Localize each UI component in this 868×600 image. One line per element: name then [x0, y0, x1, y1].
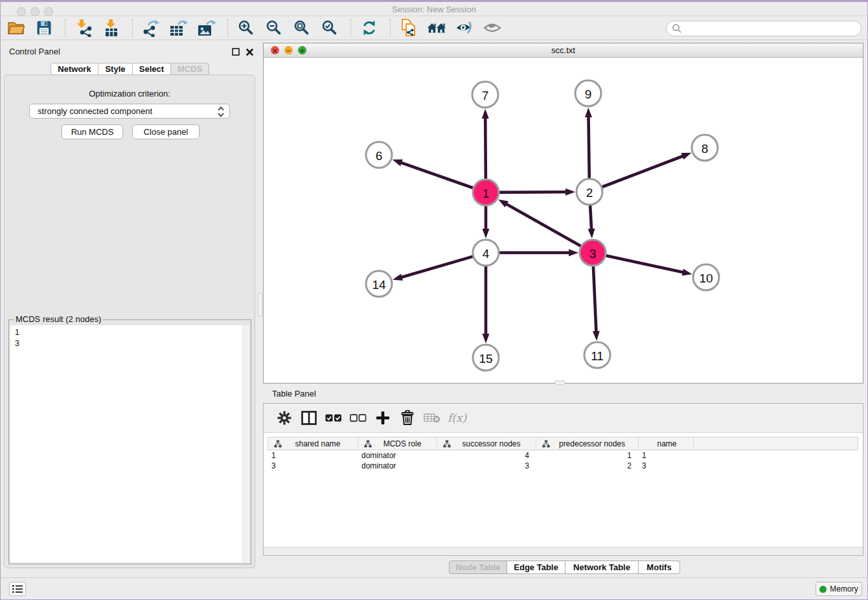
node-label-2: 2 [586, 186, 593, 200]
toolbar-separator [227, 19, 229, 37]
table-row[interactable]: 1dominator411 [268, 450, 858, 461]
stepper-icon [217, 106, 225, 120]
delete-table-icon[interactable] [423, 409, 441, 427]
column-label: predecessor nodes [550, 439, 638, 448]
cell-predecessor-nodes[interactable]: 1 [536, 451, 638, 460]
edge-4-14[interactable] [401, 257, 473, 277]
network-window-titlebar[interactable]: scc.txt [264, 43, 863, 58]
zoom-out-icon[interactable] [264, 18, 284, 38]
column-browser-icon[interactable] [300, 409, 318, 427]
mcds-result-lines: 1 3 [10, 325, 249, 351]
cell-predecessor-nodes[interactable]: 2 [536, 461, 638, 470]
edge-arrow-3-10 [682, 269, 692, 276]
save-icon[interactable] [34, 18, 54, 38]
edge-3-10[interactable] [606, 255, 684, 272]
sitemap-icon [274, 440, 282, 448]
cell-MCDS-role[interactable]: dominator [358, 451, 437, 460]
tab-network-table[interactable]: Network Table [565, 560, 639, 574]
table-row[interactable]: 3dominator323 [268, 461, 858, 471]
export-table-icon[interactable] [169, 18, 188, 38]
column-header-MCDS-role[interactable]: MCDS role [358, 437, 437, 450]
column-header-name[interactable]: name [639, 437, 694, 450]
cell-MCDS-role[interactable]: dominator [358, 461, 437, 470]
criterion-dropdown[interactable]: strongly connected component [29, 104, 230, 119]
float-window-icon[interactable] [232, 47, 240, 56]
tab-motifs[interactable]: Motifs [639, 560, 680, 574]
list-icon [12, 584, 23, 594]
column-header-shared-name[interactable]: shared name [268, 437, 358, 450]
network-view-title: scc.txt [264, 45, 863, 55]
edge-2-9[interactable] [588, 116, 589, 178]
scrollbar-track[interactable] [242, 325, 249, 562]
hide-selected-icon[interactable] [455, 18, 474, 38]
search-input[interactable] [685, 22, 861, 35]
table-panel-header: Table Panel [263, 386, 864, 402]
refresh-icon[interactable] [360, 18, 379, 38]
home-layout-icon[interactable] [427, 18, 446, 38]
panel-divider-handle[interactable] [555, 380, 565, 385]
cell-shared-name[interactable]: 3 [268, 461, 358, 470]
edge-3-1[interactable] [505, 203, 580, 246]
mcds-result-group: MCDS result (2 nodes) 1 3 [8, 319, 251, 564]
open-icon[interactable] [6, 18, 26, 38]
toolbar-separator [350, 19, 352, 37]
network-view-window: scc.txt 1234678910111415 [263, 43, 863, 384]
panel-divider-handle[interactable] [258, 293, 262, 316]
import-network-icon[interactable] [74, 18, 93, 38]
fx-icon[interactable]: f(x) [448, 409, 466, 427]
cell-shared-name[interactable]: 1 [268, 451, 358, 460]
edge-1-2[interactable] [499, 192, 567, 192]
select-all-icon[interactable] [325, 409, 343, 427]
toolbar-separator [65, 19, 66, 37]
edge-arrow-2-3 [588, 229, 595, 238]
table-scrollbar-strip[interactable] [264, 547, 863, 555]
zoom-in-icon[interactable] [236, 18, 256, 38]
edge-1-7[interactable] [485, 117, 486, 179]
node-label-1: 1 [483, 187, 490, 200]
edge-arrow-4-15 [483, 334, 490, 343]
tab-edge-table[interactable]: Edge Table [507, 560, 565, 574]
edge-2-3[interactable] [590, 205, 591, 230]
edge-arrow-2-9 [585, 108, 592, 117]
add-icon[interactable] [374, 409, 392, 427]
tab-node-table[interactable]: Node Table [449, 560, 507, 574]
export-image-icon[interactable] [197, 18, 216, 38]
tab-select[interactable]: Select [133, 63, 171, 75]
column-header-filler [694, 437, 858, 450]
edge-arrow-2-8 [681, 153, 691, 159]
task-history-button[interactable] [9, 582, 26, 596]
network-from-selection-icon[interactable] [399, 18, 418, 38]
import-table-icon[interactable] [102, 18, 121, 38]
node-label-14: 14 [372, 278, 386, 292]
export-network-icon[interactable] [141, 18, 161, 38]
memory-button[interactable]: Memory [816, 582, 862, 596]
tab-mcds[interactable]: MCDS [171, 63, 209, 75]
close-panel-icon[interactable] [246, 47, 254, 56]
column-label: MCDS role [372, 439, 437, 448]
zoom-selected-icon[interactable] [320, 18, 339, 38]
zoom-fit-icon[interactable] [292, 18, 312, 38]
cell-name[interactable]: 3 [638, 461, 693, 470]
column-header-predecessor-nodes[interactable]: predecessor nodes [536, 437, 639, 450]
mcds-result-text[interactable]: 1 3 [10, 325, 249, 562]
network-canvas[interactable]: 1234678910111415 [264, 58, 863, 383]
delete-icon[interactable] [398, 409, 417, 427]
gear-icon[interactable] [275, 409, 293, 427]
tab-style[interactable]: Style [98, 63, 133, 75]
edge-arrow-4-14 [393, 273, 403, 281]
tab-network[interactable]: Network [51, 63, 98, 75]
table-header-row: shared nameMCDS rolesuccessor nodesprede… [268, 437, 858, 450]
edge-1-6[interactable] [400, 163, 473, 188]
show-all-icon[interactable] [483, 18, 502, 38]
column-header-successor-nodes[interactable]: successor nodes [437, 437, 536, 450]
edge-2-8[interactable] [602, 156, 684, 187]
close-panel-button[interactable]: Close panel [132, 124, 200, 139]
run-mcds-button[interactable]: Run MCDS [62, 124, 123, 139]
cell-successor-nodes[interactable]: 3 [437, 461, 536, 470]
edge-3-11[interactable] [593, 266, 597, 332]
cell-successor-nodes[interactable]: 4 [437, 451, 536, 460]
criterion-value: strongly connected component [38, 106, 152, 116]
deselect-all-icon[interactable] [349, 409, 367, 427]
cell-name[interactable]: 1 [638, 451, 693, 460]
toolbar-separator [390, 19, 391, 37]
